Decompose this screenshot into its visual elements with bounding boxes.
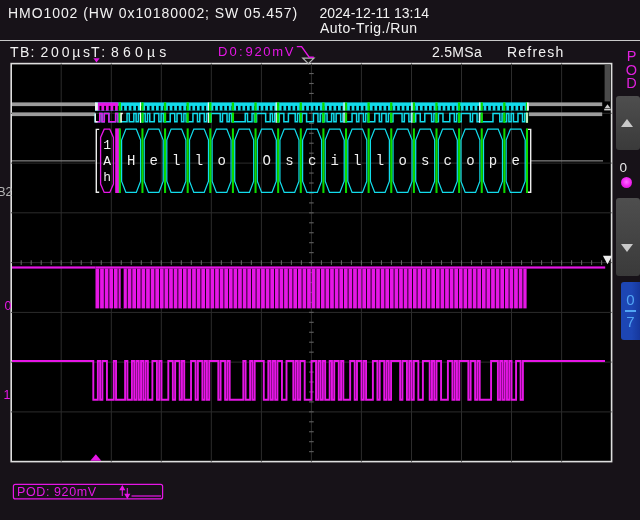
svg-text:B2: B2	[0, 185, 13, 199]
svg-text:l: l	[353, 153, 361, 169]
svg-text:o: o	[398, 153, 406, 169]
svg-text:i: i	[330, 153, 338, 169]
svg-text:l: l	[376, 153, 384, 169]
svg-text:c: c	[444, 153, 452, 169]
svg-text:H: H	[127, 153, 135, 169]
svg-text:1: 1	[103, 138, 111, 153]
svg-text:o: o	[217, 153, 225, 169]
svg-text:e: e	[511, 153, 519, 169]
svg-text:A: A	[103, 154, 111, 169]
svg-text:h: h	[103, 170, 111, 185]
svg-text:1: 1	[4, 388, 11, 402]
svg-text:p: p	[489, 153, 497, 169]
svg-text:o: o	[466, 153, 474, 169]
svg-text:s: s	[421, 153, 429, 169]
svg-text:l: l	[195, 153, 203, 169]
svg-text:O: O	[263, 153, 271, 169]
svg-text:e: e	[149, 153, 157, 169]
svg-text:POD: 920mV: POD: 920mV	[17, 485, 97, 499]
svg-text:c: c	[308, 153, 316, 169]
svg-text:s: s	[285, 153, 293, 169]
svg-text:0: 0	[5, 299, 12, 313]
svg-text:l: l	[172, 153, 180, 169]
